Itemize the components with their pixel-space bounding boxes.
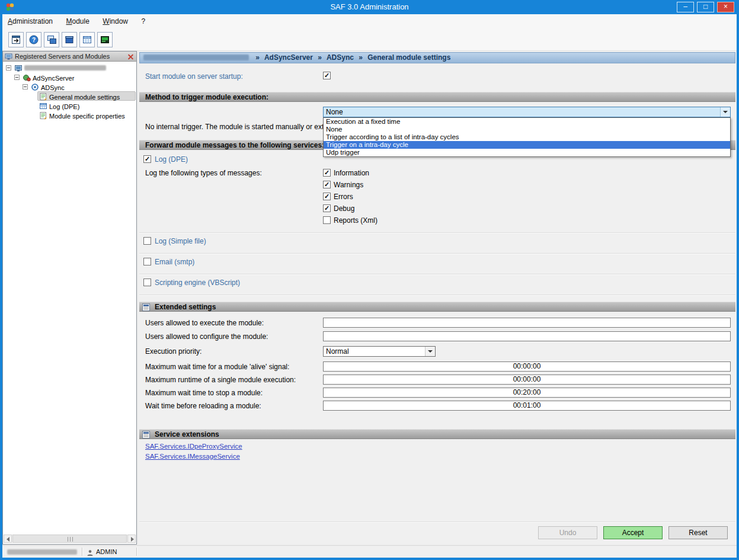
reload-wait-input[interactable]: 00:01:00: [323, 401, 731, 411]
scroll-left-icon[interactable]: [4, 535, 12, 543]
window-controls: – □ ×: [677, 2, 734, 12]
divider: [139, 232, 735, 233]
collapse-icon[interactable]: [142, 303, 150, 313]
collapse-icon[interactable]: [142, 431, 150, 441]
module-icon: [31, 83, 39, 91]
breadcrumb-adsync[interactable]: ADSync: [327, 53, 354, 62]
close-button[interactable]: ×: [717, 2, 734, 12]
close-panel-icon[interactable]: [127, 53, 135, 60]
settings-panel: » AdSyncServer » ADSync » General module…: [138, 51, 737, 545]
trigger-section-title: Method to trigger module execution:: [145, 93, 268, 101]
log-simple-file-checkbox[interactable]: [143, 237, 151, 245]
scrollbar-thumb[interactable]: [12, 535, 127, 543]
computer-icon: [14, 64, 23, 72]
trigger-section-header: Method to trigger module execution:: [139, 92, 735, 102]
dropdown-option[interactable]: Execution at a fixed time: [324, 118, 730, 126]
users-execute-input[interactable]: [323, 318, 731, 328]
reports-xml-label: Reports (Xml): [334, 216, 378, 225]
tree-item-general-module-settings[interactable]: General module settings: [49, 93, 120, 101]
chevron-down-icon[interactable]: [720, 107, 730, 117]
window-icon[interactable]: [62, 32, 77, 47]
minimize-button[interactable]: –: [677, 2, 694, 12]
server-module-icon: [23, 73, 31, 82]
tree-panel-title: Registered Servers and Modules: [15, 53, 110, 60]
register-server-icon[interactable]: [8, 32, 24, 47]
console-icon[interactable]: [97, 32, 113, 47]
tree-item-adsync[interactable]: ADSync: [41, 84, 65, 92]
menu-administration[interactable]: Administration: [2, 14, 58, 28]
client-area: Administration Module Window ? ?: [2, 14, 737, 558]
properties-form-icon: [39, 111, 47, 120]
redacted-server-name: [24, 65, 106, 71]
execution-priority-value: Normal: [326, 347, 349, 356]
errors-label: Errors: [334, 193, 353, 201]
expander-icon[interactable]: [14, 75, 20, 80]
email-smtp-checkbox[interactable]: [143, 258, 151, 265]
titlebar: SAF 3.0 Administration – □ ×: [0, 0, 739, 14]
trigger-combobox[interactable]: None: [323, 107, 731, 117]
status-bar: ADMIN: [2, 545, 737, 558]
execution-priority-select[interactable]: Normal: [323, 346, 436, 357]
servers-icon: [5, 53, 12, 62]
tree-item-log-dpe[interactable]: Log (DPE): [49, 103, 79, 111]
dropdown-option[interactable]: None: [324, 126, 730, 133]
log-table-icon: [39, 102, 47, 110]
log-simple-file-label: Log (Simple file): [155, 237, 206, 246]
menubar: Administration Module Window ?: [2, 14, 737, 29]
help-icon[interactable]: ?: [26, 32, 41, 47]
users-configure-input[interactable]: [323, 331, 731, 341]
toolbar: ?: [2, 29, 737, 51]
tree-item-module-specific-properties[interactable]: Module specific properties: [49, 112, 125, 120]
chevron-down-icon[interactable]: [425, 347, 435, 356]
dropdown-option[interactable]: Udp trigger: [324, 149, 730, 156]
dropdown-option[interactable]: Trigger according to a list of intra-day…: [324, 133, 730, 141]
redacted-breadcrumb-server: [143, 55, 249, 60]
scripting-engine-label: Scripting engine (VBScript): [155, 279, 240, 287]
max-stop-wait-input[interactable]: 00:20:00: [323, 388, 731, 398]
startup-checkbox[interactable]: ✓: [323, 72, 331, 79]
debug-checkbox[interactable]: ✓: [323, 204, 331, 212]
errors-checkbox[interactable]: ✓: [323, 193, 331, 200]
breadcrumb-current-page: General module settings: [367, 53, 450, 62]
message-service-link[interactable]: SAF.Services.IMessageService: [145, 452, 240, 460]
expander-icon[interactable]: [6, 65, 11, 71]
forward-section-title: Forward module messages to the following…: [145, 141, 324, 149]
field-label: Maximum runtime of a single module execu…: [145, 376, 296, 385]
scroll-right-icon[interactable]: [127, 535, 136, 543]
accept-button[interactable]: Accept: [603, 526, 663, 539]
log-dpe-checkbox[interactable]: ✓: [143, 155, 151, 163]
tree-item-server[interactable]: [24, 65, 106, 73]
warnings-checkbox[interactable]: ✓: [323, 181, 331, 188]
undo-button[interactable]: Undo: [538, 526, 597, 539]
menu-module[interactable]: Module: [61, 14, 95, 28]
tree-horizontal-scrollbar[interactable]: [4, 535, 136, 543]
grid-view-icon[interactable]: [79, 32, 95, 47]
tree-item-adsyncserver[interactable]: AdSyncServer: [33, 74, 74, 82]
message-types-label: Log the following types of messages:: [145, 169, 262, 178]
max-runtime-input[interactable]: 00:00:00: [323, 375, 731, 385]
information-checkbox[interactable]: ✓: [323, 169, 331, 177]
alive-signal-wait-input[interactable]: 00:00:00: [323, 361, 731, 372]
dpe-proxy-service-link[interactable]: SAF.Services.IDpeProxyService: [145, 442, 242, 450]
new-window-icon[interactable]: [44, 32, 59, 47]
expander-icon[interactable]: [23, 84, 28, 89]
maximize-button[interactable]: □: [697, 2, 714, 12]
divider: [139, 295, 735, 296]
menu-window[interactable]: Window: [97, 14, 133, 28]
redacted-status-server: [7, 549, 77, 555]
servers-tree-panel: Registered Servers and Modules AdSyncSer…: [2, 51, 137, 545]
admin-icon: [87, 548, 94, 559]
reset-button[interactable]: Reset: [668, 526, 728, 539]
scripting-engine-checkbox[interactable]: [143, 279, 151, 286]
divider: [139, 253, 735, 254]
trigger-description: No internal trigger. The module is start…: [145, 123, 346, 132]
dropdown-option-highlighted[interactable]: Trigger on a intra-day cycle: [324, 141, 730, 149]
log-dpe-label: Log (DPE): [155, 155, 188, 164]
startup-label: Start module on server startup:: [145, 72, 243, 81]
breadcrumb-adsyncserver[interactable]: AdSyncServer: [264, 53, 313, 62]
reports-xml-checkbox[interactable]: [323, 216, 331, 224]
field-label: Maximum wait time for a module 'alive' s…: [145, 363, 289, 372]
menu-help[interactable]: ?: [136, 14, 151, 28]
extended-section-title: Extended settings: [155, 303, 216, 311]
field-label: Wait time before reloading a module:: [145, 402, 261, 411]
